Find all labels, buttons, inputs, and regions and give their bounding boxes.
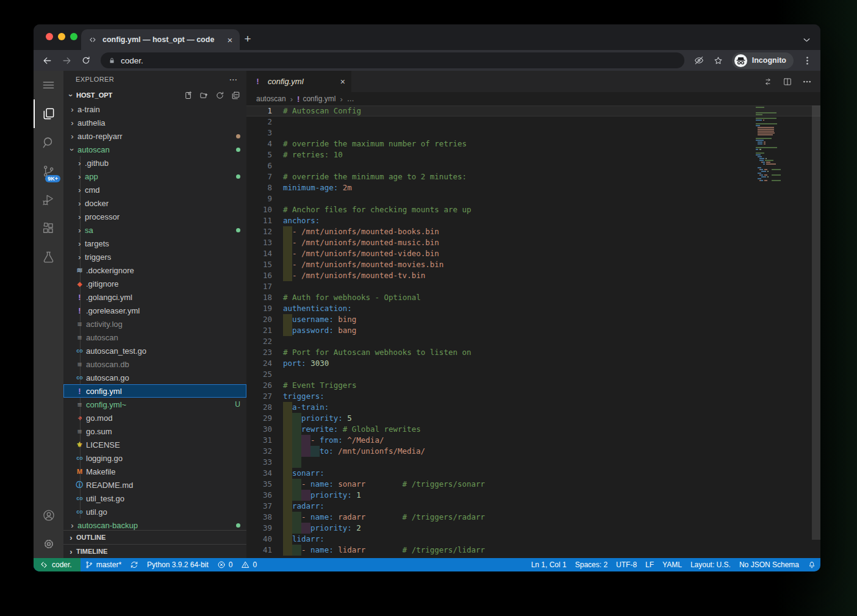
code-line[interactable]: 39priority: 2 xyxy=(246,523,820,534)
activity-testing[interactable] xyxy=(34,243,63,271)
code-editor[interactable]: 1# Autoscan Config234# override the maxi… xyxy=(246,106,820,558)
code-line[interactable]: 33 xyxy=(246,457,820,468)
reload-button[interactable] xyxy=(77,52,95,69)
code-line[interactable]: 14- /mnt/unionfs/mounted-video.bin xyxy=(246,248,820,259)
status-remote-host[interactable]: coder. xyxy=(34,558,81,571)
editor-tab-configyml[interactable]: ! config.yml × xyxy=(246,71,351,92)
status-encoding[interactable]: UTF-8 xyxy=(612,558,641,571)
split-editor-icon[interactable] xyxy=(783,77,792,87)
code-line[interactable]: 20username: bing xyxy=(246,314,820,325)
code-line[interactable]: 34sonarr: xyxy=(246,468,820,479)
status-eol[interactable]: LF xyxy=(641,558,658,571)
mac-zoom-button[interactable] xyxy=(70,33,77,40)
tree-item-sa[interactable]: ›sa xyxy=(63,223,246,237)
status-cursor-position[interactable]: Ln 1, Col 1 xyxy=(527,558,571,571)
code-line[interactable]: 18# Auth for webhooks - Optional xyxy=(246,292,820,303)
code-line[interactable]: 36priority: 1 xyxy=(246,490,820,501)
status-git-branch[interactable]: master* xyxy=(81,558,126,571)
editor-scrollbar[interactable] xyxy=(812,106,820,540)
new-file-icon[interactable] xyxy=(184,91,193,100)
code-line[interactable]: 31- from: ^/Media/ xyxy=(246,435,820,446)
breadcrumb-item[interactable]: … xyxy=(347,95,354,103)
code-line[interactable]: 13- /mnt/unionfs/mounted-music.bin xyxy=(246,237,820,248)
code-line[interactable]: 3 xyxy=(246,127,820,138)
activity-extensions[interactable] xyxy=(34,214,63,243)
collapse-all-icon[interactable] xyxy=(231,91,240,100)
code-line[interactable]: 11anchors: xyxy=(246,215,820,226)
breadcrumb-item[interactable]: !config.yml xyxy=(297,95,335,104)
tree-item-triggers[interactable]: ›triggers xyxy=(63,250,246,263)
tree-item-authelia[interactable]: ›authelia xyxy=(63,116,246,129)
tree-item-autoscan.db[interactable]: ≡autoscan.db xyxy=(63,357,246,371)
code-line[interactable]: 23# Port for Autoscan webhooks to listen… xyxy=(246,347,820,358)
tree-item-docker[interactable]: ›docker xyxy=(63,196,246,210)
new-tab-button[interactable]: + xyxy=(240,31,256,47)
tree-item-.github[interactable]: ›.github xyxy=(63,156,246,170)
code-line[interactable]: 8minimum-age: 2m xyxy=(246,182,820,193)
tree-item-util.go[interactable]: coutil.go xyxy=(63,505,246,518)
code-line[interactable]: 30rewrite: # Global rewrites xyxy=(246,424,820,435)
code-line[interactable]: 1# Autoscan Config xyxy=(246,106,820,116)
code-line[interactable]: 21password: bang xyxy=(246,325,820,336)
code-line[interactable]: 10# Anchor files for checking mounts are… xyxy=(246,204,820,215)
code-line[interactable]: 29priority: 5 xyxy=(246,413,820,424)
panel-outline[interactable]: ›OUTLINE xyxy=(63,530,246,544)
status-json-schema[interactable]: No JSON Schema xyxy=(735,558,803,571)
more-actions-icon[interactable] xyxy=(802,77,812,87)
code-line[interactable]: 26# Event Triggers xyxy=(246,380,820,391)
code-line[interactable]: 41- name: lidarr # /triggers/lidarr xyxy=(246,545,820,556)
tree-item-makefile[interactable]: MMakefile xyxy=(63,465,246,478)
code-line[interactable]: 32to: /mnt/unionfs/Media/ xyxy=(246,446,820,457)
workspace-section-header[interactable]: › HOST_OPT xyxy=(63,88,246,102)
mac-minimize-button[interactable] xyxy=(58,33,65,40)
tree-item-config.yml[interactable]: !config.yml xyxy=(63,384,246,398)
editor-tab-close-icon[interactable]: × xyxy=(340,77,345,87)
address-bar[interactable]: coder. xyxy=(101,52,684,68)
tree-item-activity.log[interactable]: ≡activity.log xyxy=(63,317,246,331)
activity-search[interactable] xyxy=(34,128,63,157)
panel-timeline[interactable]: ›TIMELINE xyxy=(63,544,246,558)
tree-item-.goreleaser.yml[interactable]: !.goreleaser.yml xyxy=(63,304,246,317)
code-line[interactable]: 6 xyxy=(246,160,820,171)
breadcrumb-item[interactable]: autoscan xyxy=(256,95,286,103)
tree-item-go.mod[interactable]: »go.mod xyxy=(63,411,246,424)
activity-settings[interactable] xyxy=(34,529,63,558)
forward-button[interactable] xyxy=(58,52,75,69)
browser-tab[interactable]: config.yml — host_opt — code × xyxy=(81,29,240,50)
code-line[interactable]: 15- /mnt/unionfs/mounted-movies.bin xyxy=(246,259,820,270)
tree-item-go.sum[interactable]: ≡go.sum xyxy=(63,424,246,438)
activity-menu[interactable] xyxy=(34,71,63,99)
code-line[interactable]: 16- /mnt/unionfs/mounted-tv.bin xyxy=(246,270,820,281)
code-line[interactable]: 38- name: radarr # /triggers/radarr xyxy=(246,512,820,523)
tree-item-.gitignore[interactable]: ◆.gitignore xyxy=(63,277,246,290)
status-sync[interactable] xyxy=(126,558,143,571)
status-indentation[interactable]: Spaces: 2 xyxy=(571,558,612,571)
code-line[interactable]: 4# override the maximum number of retrie… xyxy=(246,138,820,149)
sidebar-more-icon[interactable]: ⋯ xyxy=(229,74,238,84)
status-keyboard-layout[interactable]: Layout: U.S. xyxy=(686,558,735,571)
activity-run-debug[interactable] xyxy=(34,185,63,214)
code-line[interactable]: 5# retries: 10 xyxy=(246,149,820,160)
tree-item-targets[interactable]: ›targets xyxy=(63,237,246,250)
code-line[interactable]: 22 xyxy=(246,336,820,347)
code-line[interactable]: 37radarr: xyxy=(246,501,820,512)
tree-item-config.yml-[interactable]: ≡config.yml~U xyxy=(63,398,246,411)
code-line[interactable]: 2 xyxy=(246,116,820,127)
tree-item-autoscan.go[interactable]: coautoscan.go xyxy=(63,371,246,384)
minimap[interactable] xyxy=(756,107,812,182)
tree-item-autoscan-test.go[interactable]: coautoscan_test.go xyxy=(63,344,246,357)
status-warnings[interactable]: 0 xyxy=(237,558,261,571)
refresh-icon[interactable] xyxy=(215,91,224,100)
tree-item-util-test.go[interactable]: coutil_test.go xyxy=(63,492,246,505)
activity-source-control[interactable]: 9K+ xyxy=(34,157,63,185)
code-line[interactable]: 17 xyxy=(246,281,820,292)
tab-search-chevron-icon[interactable] xyxy=(801,35,812,45)
eye-off-icon[interactable] xyxy=(690,52,708,69)
tree-item-processor[interactable]: ›processor xyxy=(63,210,246,223)
open-changes-icon[interactable] xyxy=(763,77,773,87)
tree-item-autoscan[interactable]: ≡autoscan xyxy=(63,331,246,344)
tree-item-license[interactable]: ⚜LICENSE xyxy=(63,438,246,451)
code-line[interactable]: 12- /mnt/unionfs/mounted-books.bin xyxy=(246,226,820,237)
code-line[interactable]: 35- name: sonarr # /triggers/sonarr xyxy=(246,479,820,490)
code-line[interactable]: 24port: 3030 xyxy=(246,358,820,369)
